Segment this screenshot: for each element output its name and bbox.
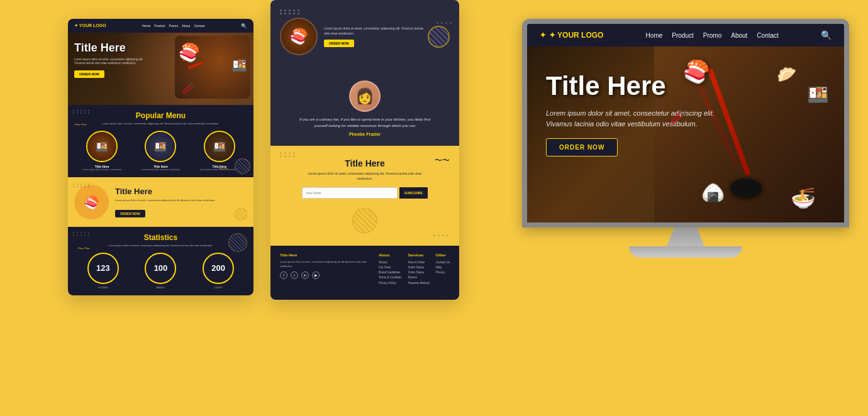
menu-item: Title Here Lorem ipsum dolor sit amet, c… [133, 131, 188, 172]
title-section-content: Title Here Lorem ipsum dolor sit amet, c… [115, 187, 215, 217]
footer-link[interactable]: Order Status [408, 270, 430, 275]
statistics-desc: Lorem ipsum dolor sit amet, consectetur … [98, 244, 224, 248]
stripe-circle-stats [228, 233, 247, 252]
wavy-icon: 〜〜 [435, 155, 450, 166]
youtube-icon[interactable]: ▶ [312, 271, 320, 279]
mid-subscribe-section: 〜〜 Title Here Lorem ipsum dolor sit amet… [270, 146, 459, 246]
mid-food-row: 🍣 Lorem ipsum dolor sit amet, consectetu… [280, 18, 450, 55]
footer-link[interactable]: Payment Method [408, 281, 430, 286]
stat-number: 200 [211, 264, 225, 272]
email-form-row: SUBSCRIBE [302, 187, 428, 199]
profile-name: Phoebe Frazier [280, 132, 450, 136]
footer-col-about: Title Here Lorem ipsum dolor sit amet, c… [280, 253, 372, 285]
mon-nav-link-home[interactable]: Home [646, 32, 663, 39]
footer-link[interactable]: Rooms [408, 275, 430, 280]
sub-dots-right [433, 234, 450, 236]
mobile-nav: ✦ YOUR LOGO Home Product Promo About Con… [68, 19, 253, 33]
stat-number: 123 [96, 264, 110, 272]
statistics-items: 123 STORE 100 MENU 200 CHEF [74, 253, 247, 289]
subscribe-button[interactable]: SUBSCRIBE [399, 187, 428, 199]
dots-decoration-2 [73, 183, 91, 187]
mon-nav-link-promo[interactable]: Promo [703, 32, 721, 39]
mon-nav-link-contact[interactable]: Contact [757, 32, 778, 39]
mobile-mockup: ✦ YOUR LOGO Home Product Promo About Con… [68, 19, 253, 295]
footer-link[interactable]: Contact Us [436, 260, 450, 265]
middle-top-section: 🍣 Lorem ipsum dolor sit amet, consectetu… [270, 0, 459, 74]
subscribe-title: Title Here [280, 158, 450, 168]
stat-circle: 200 [203, 253, 234, 284]
monitor-order-btn[interactable]: ORDER NOW [546, 138, 618, 156]
sub-dots-left [280, 152, 296, 157]
stat-circle: 123 [87, 253, 119, 284]
hero-content: Title Here Lorem ipsum dolor sit amet, c… [74, 42, 143, 78]
email-input[interactable] [302, 187, 398, 199]
stripe-circle-yellow [235, 208, 247, 221]
menu-item-img-inner [146, 132, 175, 161]
footer-col-title-about: About [379, 253, 402, 257]
nav-link-home[interactable]: Home [142, 24, 150, 28]
stat-circle: 100 [145, 253, 176, 284]
mid-footer-section: Title Here Lorem ipsum dolor sit amet, c… [270, 246, 459, 299]
menu-item-img-inner [87, 132, 116, 161]
nav-link-promo[interactable]: Promo [169, 24, 179, 28]
mobile-hero: 🍣 🍱 🥢 Title Here Lorem ipsum dolor sit a… [68, 33, 253, 105]
mon-nav-link-about[interactable]: About [731, 32, 747, 39]
footer-link[interactable]: Terms & Condition [379, 275, 402, 280]
mid-dots-right [437, 22, 453, 24]
middle-mockup: 🍣 Lorem ipsum dolor sit amet, consectetu… [270, 0, 459, 300]
stats-dots-decoration [73, 232, 91, 236]
wave-icon: 〜〜 [74, 121, 87, 129]
stat-store: 123 STORE [87, 253, 119, 289]
monitor-screen: ✦ ✦ YOUR LOGO Home Product Promo About C… [522, 19, 849, 227]
title-section-desc: Lorem ipsum dolor sit amet, consectetur … [115, 199, 215, 202]
hero-title: Title Here [74, 42, 143, 55]
logo-icon: ✦ [540, 31, 546, 40]
footer-col-title-services: Services [408, 253, 430, 257]
social-icons: f t in ▶ [280, 271, 372, 279]
wave-deco-stats: 〜〜 [77, 244, 90, 253]
footer-link[interactable]: Brand Guidelines [379, 270, 402, 275]
footer-link[interactable]: How to Order [408, 260, 430, 265]
monitor-search-icon[interactable]: 🔍 [821, 30, 832, 40]
footer-link[interactable]: Order Status [408, 265, 430, 270]
subscribe-desc: Lorem ipsum dolor sit amet, consectetur … [302, 172, 428, 181]
mid-stripe-circle [428, 26, 450, 48]
mid-order-btn[interactable]: ORDER NOW [324, 40, 354, 47]
stat-number: 100 [154, 264, 168, 272]
nav-link-contact[interactable]: Contact [194, 24, 204, 28]
twitter-icon[interactable]: t [291, 271, 298, 279]
menu-item-img-inner [205, 132, 234, 161]
stat-label: CHEF [203, 286, 234, 289]
mid-top-text: Lorem ipsum dolor sit amet, consectetur … [324, 26, 428, 36]
title-section: 🍣 Title Here Lorem ipsum dolor sit amet,… [68, 177, 253, 227]
order-now-button[interactable]: ORDER NOW [74, 70, 104, 78]
mid-top-content: Lorem ipsum dolor sit amet, consectetur … [318, 26, 428, 47]
mid-profile-section: 👩 If you are a culinary fan, if you like… [270, 74, 459, 146]
footer-link[interactable]: History [379, 260, 402, 265]
linkedin-icon[interactable]: in [301, 271, 309, 279]
footer-link[interactable]: Privacy [436, 270, 450, 275]
footer-link[interactable]: Our Team [379, 265, 402, 270]
sub-stripe-circle [352, 208, 377, 233]
menu-item-desc: Lorem ipsum dolor sit amet, consectetur [133, 168, 188, 172]
monitor-mockup: ✦ ✦ YOUR LOGO Home Product Promo About C… [522, 19, 849, 258]
title-section-image: 🍣 [74, 185, 109, 219]
footer-link[interactable]: Privacy Policy [379, 281, 402, 286]
footer-col-other: Other Contact Us Help Privacy [436, 253, 450, 285]
footer-col-about-links: About History Our Team Brand Guidelines … [379, 253, 402, 285]
mon-nav-link-product[interactable]: Product [672, 32, 693, 39]
nav-link-about[interactable]: About [182, 24, 190, 28]
stat-label: STORE [87, 286, 119, 289]
profile-avatar: 👩 [349, 80, 381, 112]
monitor-nav-links: Home Product Promo About Contact [646, 32, 779, 39]
footer-col-services: Services How to Order Order Status Order… [408, 253, 430, 285]
nav-link-product[interactable]: Product [154, 24, 165, 28]
profile-quote: If you are a culinary fan, if you like t… [296, 117, 434, 129]
facebook-icon[interactable]: f [280, 271, 287, 279]
title-section-heading: Title Here [115, 187, 215, 196]
statistics-section: 〜〜 Statistics Lorem ipsum dolor sit amet… [68, 227, 253, 295]
menu-item-desc: Lorem ipsum dolor sit amet, consectetur [74, 168, 130, 172]
order-now-button-2[interactable]: ORDER NOW [115, 210, 145, 217]
footer-link[interactable]: Help [436, 265, 450, 270]
search-icon[interactable]: 🔍 [241, 23, 247, 29]
